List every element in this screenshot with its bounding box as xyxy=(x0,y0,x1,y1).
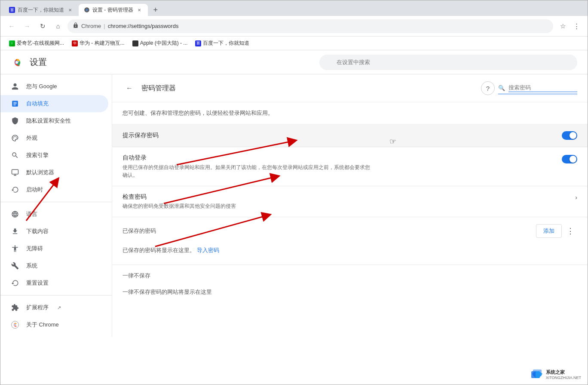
tab-settings-close[interactable]: ✕ xyxy=(136,6,143,13)
password-back-button[interactable]: ← xyxy=(122,81,136,95)
saved-passwords-more-button[interactable]: ⋮ xyxy=(564,224,577,238)
accessibility-icon xyxy=(11,244,19,253)
watermark-icon xyxy=(531,370,543,380)
sidebar-reset-label: 重置设置 xyxy=(26,279,49,287)
add-password-button[interactable]: 添加 xyxy=(536,224,562,238)
sidebar-item-system[interactable]: 系统 xyxy=(0,257,108,274)
sidebar-item-privacy[interactable]: 隐私设置和安全性 xyxy=(0,112,108,129)
url-display: chrome://settings/passwords xyxy=(108,23,179,29)
svg-point-3 xyxy=(13,138,14,139)
auto-login-toggle[interactable] xyxy=(562,155,577,163)
sidebar: 您与 Google 自动填充 xyxy=(0,74,112,337)
sidebar-divider-1 xyxy=(0,202,112,202)
iqiyi-favicon: i xyxy=(9,40,15,46)
settings-page-title: 设置 xyxy=(30,56,47,68)
sidebar-google-label: 您与 Google xyxy=(26,83,57,90)
password-header-right: ? 🔍 xyxy=(481,81,577,95)
bookmark-icon: ☆ xyxy=(560,22,566,30)
svg-rect-7 xyxy=(12,169,18,174)
tab-settings[interactable]: 设置 - 密码管理器 ✕ xyxy=(79,4,148,16)
sidebar-item-accessibility[interactable]: 无障碍 xyxy=(0,240,108,257)
default-browser-icon xyxy=(11,168,19,177)
system-icon xyxy=(11,262,19,270)
back-button[interactable]: ← xyxy=(6,20,18,32)
sidebar-extensions-label: 扩展程序 xyxy=(26,304,49,311)
settings-header: 设置 🔍 xyxy=(0,50,588,74)
watermark: 系统之家 XITONGZHIJIA.NET xyxy=(528,367,585,382)
prompt-save-title: 提示保存密码 xyxy=(122,132,159,139)
settings-page: 设置 🔍 您与 Google xyxy=(0,50,588,385)
tab-baidu[interactable]: 百 百度一下，你就知道 ✕ xyxy=(4,4,79,16)
chrome-settings-logo xyxy=(11,56,23,68)
bookmark-button[interactable]: ☆ xyxy=(557,20,569,32)
google-icon xyxy=(11,82,19,91)
svg-point-2 xyxy=(15,61,18,64)
forward-icon: → xyxy=(24,22,31,30)
tab-baidu-close[interactable]: ✕ xyxy=(67,6,74,13)
sidebar-download-label: 下载内容 xyxy=(26,228,49,235)
password-description: 您可创建、保存和管理您的密码，以便轻松登录网站和应用。 xyxy=(112,102,588,124)
sidebar-browser-label: 默认浏览器 xyxy=(26,169,54,176)
forward-button[interactable]: → xyxy=(21,20,33,32)
import-passwords-link[interactable]: 导入密码 xyxy=(197,246,219,254)
home-icon: ⌂ xyxy=(56,22,60,30)
auto-login-content: 自动登录 使用已保存的凭据自动登录网站和应用。如果关闭了该功能，在您每次登录网站… xyxy=(122,154,562,179)
bookmark-iqiyi[interactable]: i 爱奇艺-在线视频网... xyxy=(6,38,67,49)
sidebar-item-appearance[interactable]: 外观 xyxy=(0,129,108,147)
main-content: 设置 🔍 您与 Google xyxy=(0,50,588,385)
auto-login-desc: 使用已保存的凭据自动登录网站和应用。如果关闭了该功能，在您每次登录网站或应用之前… xyxy=(122,163,372,179)
check-passwords-desc: 确保您的密码免受数据泄露和其他安全问题的侵害 xyxy=(122,203,575,210)
startup-icon xyxy=(11,185,19,194)
search-passwords-input[interactable] xyxy=(508,84,577,92)
bookmark-apple[interactable]: Apple (中国大陆) - ... xyxy=(129,38,191,49)
bookmark-huawei[interactable]: 华 华为 - 构建万物互... xyxy=(68,38,128,49)
appearance-icon xyxy=(11,134,19,142)
lock-icon xyxy=(73,22,79,30)
toolbar-right: ☆ ⋮ xyxy=(557,20,582,32)
baidu-favicon: 百 xyxy=(9,7,15,13)
sidebar-item-google[interactable]: 您与 Google xyxy=(0,78,108,95)
reload-button[interactable]: ↻ xyxy=(37,20,49,32)
sidebar-item-default-browser[interactable]: 默认浏览器 xyxy=(0,164,108,181)
settings-body: 您与 Google 自动填充 xyxy=(0,74,588,385)
watermark-text: 系统之家 XITONGZHIJIA.NET xyxy=(546,369,581,380)
sidebar-accessibility-label: 无障碍 xyxy=(26,245,43,253)
sidebar-item-reset[interactable]: 重置设置 xyxy=(0,274,108,292)
external-link-icon: ↗ xyxy=(57,305,61,311)
sidebar-item-extensions[interactable]: 扩展程序 ↗ xyxy=(0,299,108,316)
sidebar-item-search[interactable]: 搜索引擎 xyxy=(0,147,108,164)
search-passwords-icon: 🔍 xyxy=(498,85,505,91)
settings-search-input[interactable] xyxy=(319,55,577,70)
back-icon: ← xyxy=(9,22,15,30)
privacy-icon xyxy=(11,117,19,125)
sidebar-item-about[interactable]: 关于 Chrome xyxy=(0,316,108,333)
sidebar-item-autofill[interactable]: 自动填充 xyxy=(0,95,108,112)
check-passwords-chevron: › xyxy=(575,193,577,201)
help-button[interactable]: ? xyxy=(481,81,495,95)
tab-bar: 百 百度一下，你就知道 ✕ 设置 - 密码管理器 ✕ + xyxy=(0,0,588,16)
never-save-section: 一律不保存 一律不保存密码的网站将显示在这里 xyxy=(112,265,588,306)
prompt-save-toggle[interactable] xyxy=(562,131,577,140)
saved-passwords-section: 已保存的密码 添加 ⋮ 已保存的密码将显示在这里。 导入密码 xyxy=(112,217,588,265)
sidebar-wrapper: 您与 Google 自动填充 xyxy=(0,74,112,385)
auto-login-row: 自动登录 使用已保存的凭据自动登录网站和应用。如果关闭了该功能，在您每次登录网站… xyxy=(112,147,588,186)
new-tab-button[interactable]: + xyxy=(150,4,162,16)
check-passwords-row[interactable]: 检查密码 确保您的密码免受数据泄露和其他安全问题的侵害 › xyxy=(112,186,588,217)
search-passwords-box: 🔍 xyxy=(498,83,577,94)
bookmark-baidu[interactable]: 百 百度一下，你就知道 xyxy=(192,38,253,49)
home-button[interactable]: ⌂ xyxy=(52,20,64,32)
saved-passwords-empty: 已保存的密码将显示在这里。 导入密码 xyxy=(122,243,577,258)
saved-passwords-title: 已保存的密码 xyxy=(122,227,536,235)
sidebar-item-download[interactable]: 下载内容 xyxy=(0,223,108,240)
prompt-save-row[interactable]: 提示保存密码 xyxy=(112,124,588,147)
search-engine-icon xyxy=(11,151,19,160)
bookmark-baidu-label: 百度一下，你就知道 xyxy=(203,40,249,47)
sidebar-item-startup[interactable]: 启动时 xyxy=(0,181,108,198)
menu-button[interactable]: ⋮ xyxy=(570,20,582,32)
reset-icon xyxy=(11,279,19,287)
bookmark-iqiyi-label: 爱奇艺-在线视频网... xyxy=(17,40,64,47)
sidebar-item-language[interactable]: 语言 xyxy=(0,206,108,223)
address-bar[interactable]: Chrome | chrome://settings/passwords xyxy=(67,19,553,33)
sidebar-startup-label: 启动时 xyxy=(26,186,43,194)
browser-frame: 百 百度一下，你就知道 ✕ 设置 - 密码管理器 ✕ + ← → ↻ ⌂ xyxy=(0,0,588,385)
